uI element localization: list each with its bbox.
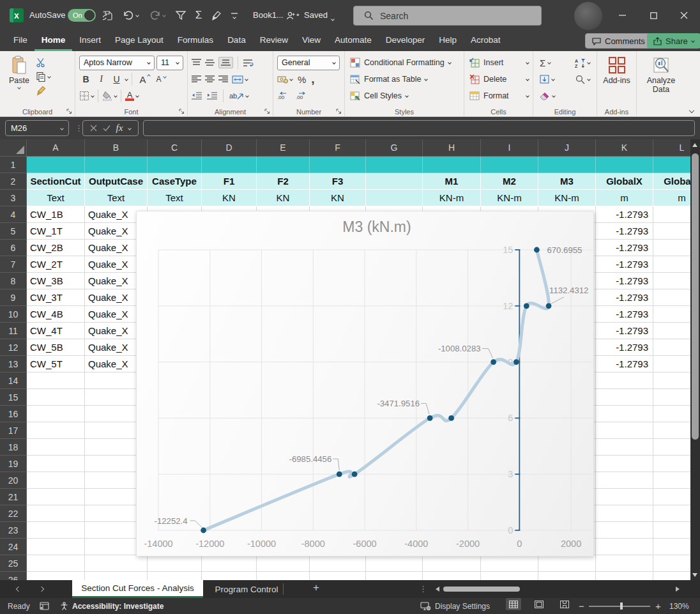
cell-B25[interactable] [85, 555, 148, 572]
cell-L4[interactable] [653, 206, 690, 223]
cell-A17[interactable] [27, 422, 85, 439]
cell-H2[interactable]: M1 [423, 173, 481, 190]
column-header-E[interactable]: E [257, 139, 310, 157]
cell-G1[interactable] [366, 157, 423, 173]
cell-K13[interactable]: -1.2793 [596, 356, 653, 372]
clipboard-dialog-launcher-icon[interactable] [66, 109, 72, 114]
cell-I26[interactable] [481, 572, 538, 580]
cell-K7[interactable]: -1.2793 [596, 256, 653, 273]
addins-button[interactable]: Add-ins [601, 54, 632, 85]
decrease-decimal-icon[interactable]: .00 [296, 91, 308, 100]
ribbon-tab-page-layout[interactable]: Page Layout [108, 31, 171, 51]
search-bar[interactable] [353, 6, 542, 26]
percent-style-button[interactable]: % [298, 74, 306, 85]
cell-L18[interactable] [653, 439, 690, 456]
cell-K4[interactable]: -1.2793 [596, 206, 653, 223]
cell-L23[interactable] [653, 522, 690, 539]
insert-function-icon[interactable]: fx [116, 123, 123, 134]
format-as-table-button[interactable]: Format as Table [349, 71, 460, 88]
ribbon-tab-view[interactable]: View [295, 31, 328, 51]
row-header-7[interactable]: 7 [0, 256, 27, 273]
cell-K23[interactable] [596, 522, 653, 539]
cell-H25[interactable] [423, 555, 481, 572]
cell-A9[interactable]: CW_3T [27, 289, 85, 306]
row-header-10[interactable]: 10 [0, 306, 27, 323]
row-header-18[interactable]: 18 [0, 439, 27, 456]
number-dialog-launcher-icon[interactable] [336, 109, 342, 114]
row-header-14[interactable]: 14 [0, 372, 27, 389]
underline-dropdown-icon[interactable] [125, 77, 128, 81]
cell-L16[interactable] [653, 406, 690, 422]
row-header-17[interactable]: 17 [0, 422, 27, 439]
cell-L17[interactable] [653, 422, 690, 439]
insert-cells-button[interactable]: Insert [468, 54, 529, 71]
format-cells-button[interactable]: Format [468, 88, 529, 104]
cell-H3[interactable]: KN-m [423, 190, 481, 206]
comments-button[interactable]: Comments [585, 33, 652, 49]
zoom-level[interactable]: 130% [669, 598, 689, 614]
cell-E2[interactable]: F2 [257, 173, 310, 190]
row-header-8[interactable]: 8 [0, 273, 27, 289]
cell-L20[interactable] [653, 472, 690, 489]
cell-J1[interactable] [538, 157, 596, 173]
cell-F2[interactable]: F3 [310, 173, 366, 190]
zoom-slider-thumb[interactable] [620, 602, 623, 610]
macro-record-icon[interactable] [40, 598, 49, 614]
row-header-19[interactable]: 19 [0, 456, 27, 472]
delete-cells-button[interactable]: Delete [468, 71, 529, 88]
merge-center-button[interactable] [232, 75, 248, 84]
cell-K5[interactable]: -1.2793 [596, 223, 653, 240]
add-sheet-button[interactable]: + [313, 581, 319, 594]
cell-C2[interactable]: CaseType [148, 173, 202, 190]
cell-A4[interactable]: CW_1B [27, 206, 85, 223]
accounting-format-button[interactable] [277, 75, 293, 84]
row-header-22[interactable]: 22 [0, 505, 27, 522]
cell-K15[interactable] [596, 389, 653, 406]
cell-D26[interactable] [202, 572, 257, 580]
vertical-scrollbar[interactable] [690, 139, 700, 580]
filter-icon[interactable] [174, 9, 188, 22]
cell-A24[interactable] [27, 539, 85, 555]
formula-input[interactable] [143, 120, 695, 136]
ribbon-tab-home[interactable]: Home [34, 31, 73, 51]
cell-I25[interactable] [481, 555, 538, 572]
column-header-B[interactable]: B [85, 139, 148, 157]
cell-A18[interactable] [27, 439, 85, 456]
cell-K17[interactable] [596, 422, 653, 439]
cell-K2[interactable]: GlobalX [596, 173, 653, 190]
page-layout-view-button[interactable] [531, 598, 547, 610]
cell-A15[interactable] [27, 389, 85, 406]
scroll-up-icon[interactable] [692, 143, 697, 147]
cell-A21[interactable] [27, 489, 85, 505]
autosum-button[interactable]: Σ [540, 58, 551, 68]
row-header-23[interactable]: 23 [0, 522, 27, 539]
normal-view-button[interactable] [506, 598, 521, 610]
horizontal-scrollbar-thumb[interactable] [443, 587, 520, 592]
column-header-A[interactable]: A [27, 139, 85, 157]
row-header-16[interactable]: 16 [0, 406, 27, 422]
autosum-icon[interactable]: Σ [192, 9, 206, 22]
undo-icon[interactable] [121, 9, 135, 22]
cell-L11[interactable] [653, 323, 690, 339]
cell-L1[interactable] [653, 157, 690, 173]
number-format-select[interactable]: General [277, 56, 340, 70]
row-header-1[interactable]: 1 [0, 157, 27, 173]
cell-G25[interactable] [366, 555, 423, 572]
cell-K10[interactable]: -1.2793 [596, 306, 653, 323]
cell-L22[interactable] [653, 505, 690, 522]
cell-F1[interactable] [310, 157, 366, 173]
bold-button[interactable]: B [79, 73, 93, 86]
cell-A1[interactable] [27, 157, 85, 173]
cell-L5[interactable] [653, 223, 690, 240]
ribbon-tab-automate[interactable]: Automate [328, 31, 379, 51]
column-header-H[interactable]: H [423, 139, 481, 157]
row-header-6[interactable]: 6 [0, 240, 27, 256]
cell-L2[interactable]: GlobalY [653, 173, 690, 190]
fx-dropdown-icon[interactable] [128, 127, 132, 130]
cell-J2[interactable]: M3 [538, 173, 596, 190]
cell-styles-button[interactable]: Cell Styles [349, 88, 460, 104]
row-header-15[interactable]: 15 [0, 389, 27, 406]
cell-A25[interactable] [27, 555, 85, 572]
font-color-button[interactable]: A [125, 91, 139, 101]
cell-F25[interactable] [310, 555, 366, 572]
